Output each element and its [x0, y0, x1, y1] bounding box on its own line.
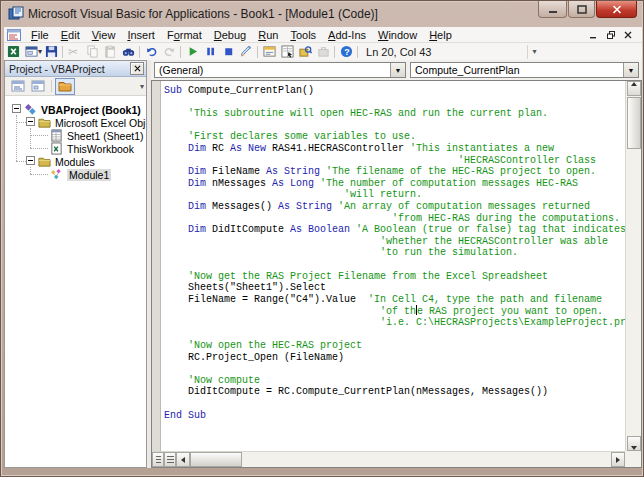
- tree-item-microsoft-excel-objects[interactable]: Microsoft Excel Objects: [38, 116, 146, 129]
- procedure-dropdown-arrow-icon[interactable]: ▼: [623, 63, 638, 77]
- toggle-folders-icon[interactable]: [55, 78, 75, 95]
- standard-toolbar: ▾✂? Ln 20, Col 43 ▾: [4, 43, 642, 60]
- design-mode-icon[interactable]: [237, 44, 255, 60]
- application-window: Microsoft Visual Basic for Applications …: [0, 0, 644, 477]
- mdi-close-icon[interactable]: [624, 31, 632, 39]
- full-module-view-icon[interactable]: [164, 452, 176, 467]
- reset-icon[interactable]: [219, 44, 237, 60]
- menu-insert[interactable]: Insert: [121, 28, 161, 42]
- project-panel-title: Project - VBAProject: [9, 63, 105, 75]
- menu-run[interactable]: Run: [252, 28, 284, 42]
- vertical-scroll-thumb[interactable]: [627, 97, 641, 149]
- code-line: DidItCompute = RC.Compute_CurrentPlan(nM…: [164, 386, 625, 398]
- properties-window-icon[interactable]: [278, 44, 296, 60]
- object-dropdown-arrow-icon[interactable]: ▼: [390, 63, 405, 77]
- paste-icon[interactable]: [101, 44, 119, 60]
- tree-item-vbaproject-book1[interactable]: VBAProject (Book1): [24, 103, 141, 116]
- close-button[interactable]: [596, 1, 637, 18]
- code-line: 'Now compute: [164, 375, 625, 387]
- code-line: 'First declares some variables to use.: [164, 131, 625, 143]
- folder-icon: [38, 116, 52, 129]
- toolbar-options-icon[interactable]: ▾: [527, 45, 540, 59]
- tree-guide-line: [30, 174, 48, 175]
- project-panel-header[interactable]: Project - VBAProject: [5, 61, 146, 77]
- code-line: 'Now get the RAS Project Filename from t…: [164, 271, 625, 283]
- cut-icon[interactable]: ✂: [65, 44, 83, 60]
- menu-format[interactable]: Format: [161, 28, 208, 42]
- procedure-dropdown-value: Compute_CurrentPlan: [411, 64, 623, 76]
- tree-item-modules[interactable]: Modules: [38, 155, 95, 168]
- maximize-button[interactable]: [568, 1, 595, 18]
- tree-guide-line: [30, 128, 31, 148]
- project-explorer-icon[interactable]: [260, 44, 278, 60]
- tree-expand-icon[interactable]: [26, 156, 35, 165]
- help-icon[interactable]: ?: [337, 44, 355, 60]
- procedure-dropdown[interactable]: Compute_CurrentPlan ▼: [410, 62, 639, 78]
- mdi-minimize-icon[interactable]: [590, 31, 598, 39]
- project-panel-close-icon[interactable]: [130, 62, 144, 75]
- scroll-left-icon[interactable]: [176, 452, 190, 467]
- horizontal-scroll-thumb[interactable]: [190, 452, 242, 467]
- view-object-icon[interactable]: [28, 78, 48, 95]
- code-line: 'will return.: [164, 189, 625, 201]
- svg-text:✂: ✂: [68, 45, 78, 58]
- code-line: Sheets("Sheet1").Select: [164, 282, 625, 294]
- tree-item-sheet1-sheet1[interactable]: Sheet1 (Sheet1): [50, 129, 143, 142]
- tree-expand-icon[interactable]: [12, 104, 21, 113]
- menu-window[interactable]: Window: [372, 28, 423, 42]
- undo-icon[interactable]: [142, 44, 160, 60]
- project-icon: [24, 103, 38, 116]
- code-window: (General) ▼ Compute_CurrentPlan ▼ Sub Co…: [151, 60, 642, 468]
- code-editor[interactable]: Sub Compute_CurrentPlan() 'This subrouti…: [162, 81, 625, 451]
- code-line: Dim RC As New RAS41.HECRASController 'Th…: [164, 143, 625, 155]
- scroll-right-icon[interactable]: [611, 452, 625, 467]
- cursor-position-indicator: Ln 20, Col 43: [366, 46, 431, 58]
- title-bar: Microsoft Visual Basic for Applications …: [1, 1, 644, 27]
- tree-item-module1[interactable]: Module1: [50, 168, 111, 181]
- module-icon: [50, 168, 64, 181]
- toolbar-icons: ▾✂?: [4, 44, 355, 60]
- menu-edit[interactable]: Edit: [55, 28, 86, 42]
- code-line: 'of the RAS project you want to open.: [164, 305, 625, 317]
- excel-icon[interactable]: [4, 44, 22, 60]
- margin-indicator-bar[interactable]: [152, 81, 161, 451]
- tree-item-label: ThisWorkbook: [67, 143, 134, 155]
- procedure-view-icon[interactable]: [152, 452, 164, 467]
- menu-addins[interactable]: Add-Ins: [322, 28, 372, 42]
- find-icon[interactable]: [119, 44, 137, 60]
- redo-icon[interactable]: [160, 44, 178, 60]
- view-code-icon[interactable]: [8, 78, 28, 95]
- copy-icon[interactable]: [83, 44, 101, 60]
- toolbox-icon[interactable]: [314, 44, 332, 60]
- save-icon[interactable]: [42, 44, 60, 60]
- menu-file[interactable]: File: [25, 28, 55, 42]
- code-line: [164, 97, 625, 109]
- minimize-button[interactable]: [538, 1, 567, 18]
- object-dropdown[interactable]: (General) ▼: [154, 62, 406, 78]
- break-icon[interactable]: [201, 44, 219, 60]
- tree-expand-icon[interactable]: [26, 117, 35, 126]
- object-browser-icon[interactable]: [296, 44, 314, 60]
- mdi-restore-icon[interactable]: [607, 31, 615, 39]
- scroll-down-icon[interactable]: [627, 436, 641, 451]
- menu-tools[interactable]: Tools: [284, 28, 322, 42]
- panel-toolbar-options-icon[interactable]: ▾: [140, 82, 144, 91]
- scroll-up-icon[interactable]: [627, 81, 641, 96]
- menu-view[interactable]: View: [86, 28, 122, 42]
- code-line: Dim DidItCompute As Boolean 'A Boolean (…: [164, 224, 625, 236]
- code-line: 'to run the simulation.: [164, 247, 625, 259]
- menu-debug[interactable]: Debug: [208, 28, 252, 42]
- code-line: [164, 328, 625, 340]
- tree-item-thisworkbook[interactable]: ThisWorkbook: [50, 142, 134, 155]
- vertical-scrollbar[interactable]: [625, 81, 641, 451]
- code-line: [164, 259, 625, 271]
- code-line: FileName = Range("C4").Value 'In Cell C4…: [164, 294, 625, 306]
- horizontal-scrollbar[interactable]: [152, 451, 625, 467]
- menu-help[interactable]: Help: [423, 28, 458, 42]
- svg-text:?: ?: [344, 47, 349, 57]
- tree-item-label: Modules: [55, 156, 95, 168]
- run-icon[interactable]: [183, 44, 201, 60]
- module-window-icon[interactable]: [7, 29, 21, 41]
- menu-bar: FileEditViewInsertFormatDebugRunToolsAdd…: [4, 27, 642, 43]
- worksheet-icon: [50, 129, 64, 142]
